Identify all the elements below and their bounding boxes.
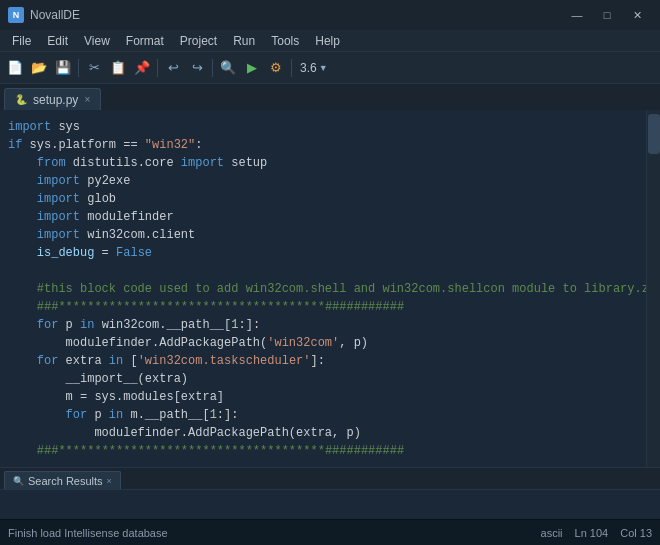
status-bar: Finish load Intellisense database ascii … (0, 519, 660, 545)
panel-content-area (0, 490, 660, 519)
version-label: 3.6 (300, 61, 317, 75)
open-button[interactable]: 📂 (28, 57, 50, 79)
app-icon: N (8, 7, 24, 23)
save-button[interactable]: 💾 (52, 57, 74, 79)
toolbar-separator-3 (212, 59, 213, 77)
cut-button[interactable]: ✂ (83, 57, 105, 79)
menu-bar: File Edit View Format Project Run Tools … (0, 30, 660, 52)
find-button[interactable]: 🔍 (217, 57, 239, 79)
menu-run[interactable]: Run (225, 32, 263, 50)
debug-button[interactable]: ⚙ (265, 57, 287, 79)
bottom-panel: 🔍 Search Results × (0, 467, 660, 519)
search-results-icon: 🔍 (13, 476, 24, 486)
vertical-scrollbar[interactable] (646, 110, 660, 467)
new-file-button[interactable]: 📄 (4, 57, 26, 79)
menu-edit[interactable]: Edit (39, 32, 76, 50)
file-tab-setup[interactable]: 🐍 setup.py × (4, 88, 101, 110)
search-results-tab[interactable]: 🔍 Search Results × (4, 471, 121, 489)
menu-view[interactable]: View (76, 32, 118, 50)
code-editor[interactable]: import sysif sys.platform == "win32": fr… (0, 110, 646, 467)
version-arrow: ▼ (319, 63, 328, 73)
toolbar-separator-1 (78, 59, 79, 77)
status-info: ascii Ln 104 Col 13 (541, 527, 652, 539)
col-indicator: Col 13 (620, 527, 652, 539)
redo-button[interactable]: ↪ (186, 57, 208, 79)
menu-format[interactable]: Format (118, 32, 172, 50)
close-button[interactable]: ✕ (622, 5, 652, 25)
menu-help[interactable]: Help (307, 32, 348, 50)
status-message: Finish load Intellisense database (8, 527, 541, 539)
menu-tools[interactable]: Tools (263, 32, 307, 50)
tab-bar: 🐍 setup.py × (0, 84, 660, 110)
app-title: NovallDE (30, 8, 562, 22)
main-area: import sysif sys.platform == "win32": fr… (0, 110, 660, 467)
menu-file[interactable]: File (4, 32, 39, 50)
python-version-selector[interactable]: 3.6 ▼ (300, 61, 328, 75)
paste-button[interactable]: 📌 (131, 57, 153, 79)
tab-label: setup.py (33, 93, 78, 107)
run-button[interactable]: ▶ (241, 57, 263, 79)
tab-close-button[interactable]: × (84, 94, 90, 105)
minimize-button[interactable]: — (562, 5, 592, 25)
menu-project[interactable]: Project (172, 32, 225, 50)
panel-tab-label: Search Results (28, 475, 103, 487)
toolbar-separator-4 (291, 59, 292, 77)
title-bar: N NovallDE — □ ✕ (0, 0, 660, 30)
undo-button[interactable]: ↩ (162, 57, 184, 79)
maximize-button[interactable]: □ (592, 5, 622, 25)
python-file-icon: 🐍 (15, 94, 27, 105)
panel-tab-bar: 🔍 Search Results × (0, 468, 660, 490)
copy-button[interactable]: 📋 (107, 57, 129, 79)
panel-tab-close[interactable]: × (107, 476, 112, 486)
toolbar-separator-2 (157, 59, 158, 77)
code-content: import sysif sys.platform == "win32": fr… (0, 110, 646, 467)
toolbar: 📄 📂 💾 ✂ 📋 📌 ↩ ↪ 🔍 ▶ ⚙ 3.6 ▼ (0, 52, 660, 84)
encoding-indicator: ascii (541, 527, 563, 539)
window-controls: — □ ✕ (562, 5, 652, 25)
line-indicator: Ln 104 (575, 527, 609, 539)
